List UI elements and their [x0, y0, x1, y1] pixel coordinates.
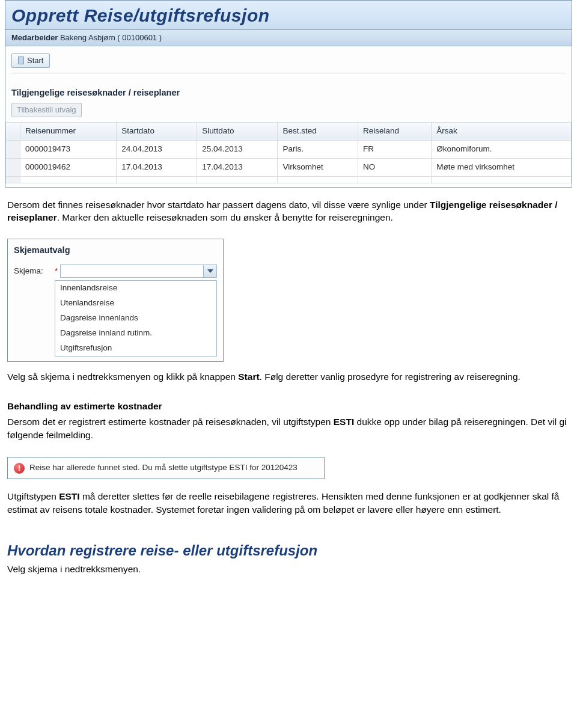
text: må deretter slettes før de reelle reiseb…	[7, 491, 559, 515]
start-button[interactable]: Start	[11, 54, 50, 68]
cell-sluttdato: 25.04.2013	[197, 140, 278, 158]
cell-reisenummer: 0000019473	[20, 140, 117, 158]
chevron-down-icon	[203, 265, 216, 277]
text: Velg så skjema i nedtrekksmenyen og klik…	[7, 372, 238, 382]
text: . Følg deretter vanlig prosedyre for reg…	[260, 372, 521, 382]
col-aarsak[interactable]: Årsak	[432, 122, 572, 140]
start-icon	[18, 57, 24, 64]
cell-beststed: Virksomhet	[278, 158, 358, 176]
text: Dersom det er registrert estimerte kostn…	[7, 417, 334, 427]
bold-text: ESTI	[334, 417, 354, 427]
paragraph-5: Velg skjema i nedtrekksmenyen.	[0, 563, 577, 582]
col-reisenummer[interactable]: Reisenummer	[20, 122, 117, 140]
table-row[interactable]: 0000019473 24.04.2013 25.04.2013 Paris. …	[6, 140, 572, 158]
text: Utgiftstypen	[7, 491, 59, 501]
cell-reiseland: FR	[358, 140, 432, 158]
section-heading: Behandling av estimerte kostnader	[7, 400, 570, 413]
start-button-label: Start	[27, 56, 43, 65]
col-sluttdato[interactable]: Sluttdato	[197, 122, 278, 140]
table-row[interactable]	[6, 176, 572, 183]
table-header-row: Reisenummer Startdato Sluttdato Best.ste…	[6, 122, 572, 140]
paragraph-1: Dersom det finnes reisesøknader hvor sta…	[0, 196, 577, 237]
cell-beststed: Paris.	[278, 140, 358, 158]
col-reiseland[interactable]: Reiseland	[358, 122, 432, 140]
col-startdato[interactable]: Startdato	[117, 122, 197, 140]
cell-aarsak: Økonomiforum.	[432, 140, 572, 158]
table-row[interactable]: 0000019462 17.04.2013 17.04.2013 Virksom…	[6, 158, 572, 176]
section-heading-2: Hvordan registrere reise- eller utgiftsr…	[0, 530, 577, 563]
app-window: Opprett Reise/utgiftsrefusjon Medarbeide…	[5, 0, 572, 188]
toolbar: Start	[5, 46, 572, 78]
skjema-dropdown-list: Innenlandsreise Utenlandsreise Dagsreise…	[55, 280, 217, 356]
reset-selection-button[interactable]: Tilbakestill utvalg	[11, 103, 82, 117]
row-selector[interactable]	[6, 176, 20, 183]
dropdown-option[interactable]: Dagsreise innenlands	[55, 311, 216, 326]
cell-startdato: 17.04.2013	[117, 158, 197, 176]
cell-sluttdato: 17.04.2013	[197, 158, 278, 176]
cell-startdato: 24.04.2013	[117, 140, 197, 158]
dropdown-option[interactable]: Innenlandsreise	[55, 281, 216, 296]
travel-table: Reisenummer Startdato Sluttdato Best.ste…	[5, 122, 572, 183]
cell-reiseland: NO	[358, 158, 432, 176]
error-text: Reise har allerede funnet sted. Du må sl…	[29, 462, 298, 474]
subheader-value: Bakeng Asbjørn ( 00100601 )	[60, 33, 162, 42]
error-icon: !	[14, 463, 25, 474]
skjema-panel: Skjemautvalg Skjema: * Innenlandsreise U…	[7, 239, 224, 362]
subheader: Medarbeider Bakeng Asbjørn ( 00100601 )	[5, 30, 572, 46]
select-value	[61, 265, 203, 277]
panel-title: Skjemautvalg	[8, 239, 223, 265]
error-message-box: ! Reise har allerede funnet sted. Du må …	[7, 457, 325, 479]
required-asterisk: *	[55, 266, 58, 277]
paragraph-2: Velg så skjema i nedtrekksmenyen og klik…	[0, 368, 577, 397]
skjema-row: Skjema: *	[8, 265, 223, 280]
cell-aarsak: Møte med virksomhet	[432, 158, 572, 176]
skjema-select[interactable]	[60, 265, 217, 278]
list-section-title: Tilgjengelige reisesøknader / reiseplane…	[5, 78, 572, 102]
skjema-label: Skjema:	[14, 266, 55, 277]
row-selector[interactable]	[6, 158, 20, 176]
select-column-header	[6, 122, 20, 140]
paragraph-3: Behandling av estimerte kostnader Dersom…	[0, 396, 577, 454]
bold-text: ESTI	[59, 491, 79, 501]
text: . Marker den aktuelle reisesøknaden som …	[57, 212, 393, 222]
title-bar: Opprett Reise/utgiftsrefusjon	[5, 1, 572, 30]
dropdown-option[interactable]: Utgiftsrefusjon	[55, 341, 216, 356]
subheader-label: Medarbeider	[11, 33, 58, 42]
bold-text: Start	[238, 372, 259, 382]
paragraph-4: Utgiftstypen ESTI må deretter slettes fø…	[0, 488, 577, 529]
col-beststed[interactable]: Best.sted	[278, 122, 358, 140]
row-selector[interactable]	[6, 140, 20, 158]
dropdown-option[interactable]: Dagsreise innland rutinm.	[55, 326, 216, 341]
cell-reisenummer: 0000019462	[20, 158, 117, 176]
text: Dersom det finnes reisesøknader hvor sta…	[7, 200, 427, 210]
page-title: Opprett Reise/utgiftsrefusjon	[11, 3, 566, 28]
dropdown-option[interactable]: Utenlandsreise	[55, 296, 216, 311]
